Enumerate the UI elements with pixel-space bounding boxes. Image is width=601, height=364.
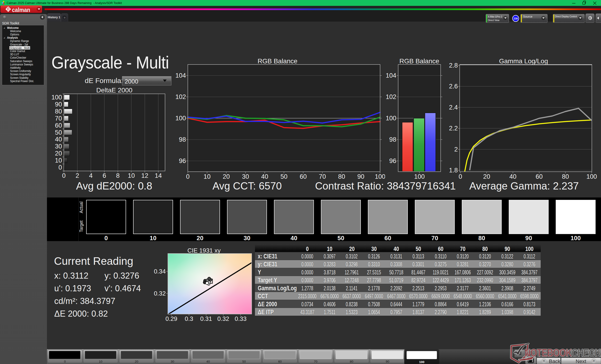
svg-text:4: 4 <box>89 172 92 179</box>
svg-text:14: 14 <box>155 172 162 179</box>
svg-text:20: 20 <box>223 173 230 180</box>
svg-text:40: 40 <box>55 136 62 143</box>
svg-text:104: 104 <box>175 72 186 79</box>
svg-text:6: 6 <box>103 172 106 179</box>
svg-text:1.8: 1.8 <box>449 167 458 174</box>
svg-text:20: 20 <box>483 173 490 180</box>
svg-text:40: 40 <box>261 173 268 180</box>
svg-text:2.8: 2.8 <box>449 62 458 69</box>
svg-text:2.4: 2.4 <box>449 104 458 111</box>
svg-text:10: 10 <box>203 173 210 180</box>
svg-text:CIE 1931 xy: CIE 1931 xy <box>187 247 221 254</box>
svg-text:2.2: 2.2 <box>449 125 458 132</box>
svg-text:DeltaE 2000: DeltaE 2000 <box>96 87 132 94</box>
svg-text:60: 60 <box>55 122 62 129</box>
svg-text:102: 102 <box>175 93 186 100</box>
svg-text:0.33: 0.33 <box>235 315 247 322</box>
svg-text:70: 70 <box>319 173 326 180</box>
svg-text:2: 2 <box>76 172 79 179</box>
svg-text:0: 0 <box>62 172 66 179</box>
svg-text:0.3: 0.3 <box>185 315 193 322</box>
svg-text:0: 0 <box>186 173 190 180</box>
svg-text:90: 90 <box>357 173 364 180</box>
svg-text:0: 0 <box>459 173 462 180</box>
svg-text:100: 100 <box>414 173 425 180</box>
svg-text:0.34: 0.34 <box>154 268 166 275</box>
svg-text:96: 96 <box>179 157 186 164</box>
svg-text:98: 98 <box>179 136 186 143</box>
svg-text:80: 80 <box>338 173 345 180</box>
svg-text:104: 104 <box>386 72 396 79</box>
svg-text:90: 90 <box>55 101 62 108</box>
svg-text:RGB Balance: RGB Balance <box>258 57 297 65</box>
svg-text:30: 30 <box>242 173 249 180</box>
svg-text:8: 8 <box>116 172 120 179</box>
svg-text:50: 50 <box>55 129 62 136</box>
svg-text:96: 96 <box>389 157 396 164</box>
svg-text:2.6: 2.6 <box>449 83 458 90</box>
svg-text:40: 40 <box>510 173 517 180</box>
svg-text:100: 100 <box>52 94 62 101</box>
svg-text:50: 50 <box>280 173 287 180</box>
svg-text:98: 98 <box>389 136 396 143</box>
svg-text:20: 20 <box>55 150 62 157</box>
svg-text:10: 10 <box>128 172 135 179</box>
svg-text:100: 100 <box>375 173 385 180</box>
svg-text:0.32: 0.32 <box>217 315 229 322</box>
svg-text:10: 10 <box>55 157 62 164</box>
svg-text:60: 60 <box>300 173 307 180</box>
svg-text:0.32: 0.32 <box>154 290 166 297</box>
svg-text:100: 100 <box>386 115 396 122</box>
svg-text:Gamma Log/Log: Gamma Log/Log <box>499 57 548 65</box>
svg-text:0.29: 0.29 <box>166 315 178 322</box>
svg-text:30: 30 <box>55 143 62 150</box>
svg-text:100: 100 <box>586 173 597 180</box>
svg-text:RGB Balance: RGB Balance <box>399 57 439 65</box>
svg-text:80: 80 <box>55 108 62 115</box>
svg-text:2: 2 <box>454 146 458 153</box>
svg-text:70: 70 <box>55 115 62 122</box>
svg-text:0: 0 <box>59 164 62 171</box>
svg-text:100: 100 <box>175 115 186 122</box>
svg-text:80: 80 <box>562 173 569 180</box>
svg-text:60: 60 <box>536 173 543 180</box>
svg-text:12: 12 <box>141 172 148 179</box>
svg-text:102: 102 <box>386 93 396 100</box>
svg-text:0.31: 0.31 <box>200 315 212 322</box>
